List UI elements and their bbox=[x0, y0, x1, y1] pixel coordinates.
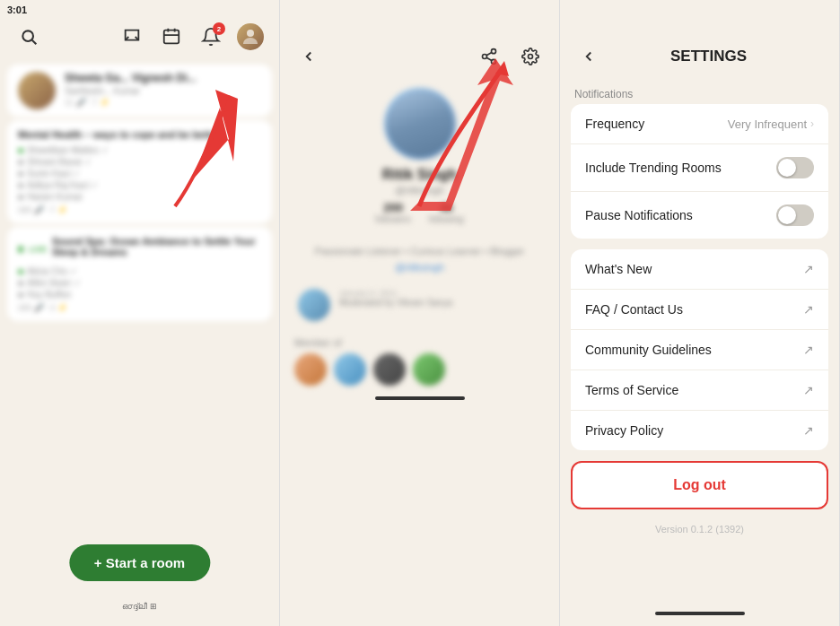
chat-list: Shweta Ga... Vignesh Di... SanNoshi... K… bbox=[0, 54, 279, 590]
messages-button[interactable] bbox=[118, 22, 146, 51]
list-item[interactable]: Shweta Ga... Vignesh Di... SanNoshi... K… bbox=[7, 65, 272, 117]
bottom-nav: ഒ൦ദ്ദ്ലീ ⊞ bbox=[0, 590, 279, 626]
settings-header: SETTINGS bbox=[560, 20, 839, 74]
status-bar-left: 3:01 📶 🔋 bbox=[0, 0, 280, 20]
svg-line-1 bbox=[32, 40, 37, 45]
notifications-button[interactable]: 2 bbox=[197, 22, 225, 51]
calendar-button[interactable] bbox=[157, 22, 186, 51]
search-button[interactable] bbox=[14, 22, 43, 51]
group-member: Sunin Kaul ✓ bbox=[18, 169, 261, 178]
community-guidelines-row[interactable]: Community Guidelines ↗ bbox=[571, 330, 828, 370]
chat-list-panel: 3:01 📶 🔋 bbox=[0, 0, 280, 626]
terms-of-service-row[interactable]: Terms of Service ↗ bbox=[571, 370, 828, 411]
clubs-label: Member of bbox=[294, 337, 545, 348]
frequency-value: Very Infrequent bbox=[728, 117, 807, 131]
settings-title: SETTINGS bbox=[614, 48, 825, 65]
chevron-right-icon: › bbox=[810, 117, 814, 130]
notifications-section-label: Notifications bbox=[571, 81, 828, 104]
group-member: Shivani Bavar ✓ bbox=[18, 157, 261, 167]
clubs-list bbox=[294, 353, 545, 386]
community-guidelines-label: Community Guidelines bbox=[585, 343, 712, 357]
club-icon[interactable] bbox=[294, 353, 327, 386]
profile-content: Ritik Singh @ritiksingh 200 followers 46… bbox=[280, 74, 559, 386]
trending-rooms-row[interactable]: Include Trending Rooms bbox=[571, 144, 828, 192]
club-icon[interactable] bbox=[334, 353, 366, 386]
profile-name: Ritik Singh bbox=[382, 167, 458, 183]
settings-back-button[interactable] bbox=[574, 42, 603, 71]
pause-label: Pause Notifications bbox=[585, 208, 693, 222]
faq-label: FAQ / Contact Us bbox=[585, 302, 683, 317]
group-title: Mental Health – ways to cope and be bett… bbox=[18, 129, 261, 140]
settings-content: Notifications Frequency Very Infrequent … bbox=[560, 74, 839, 601]
profile-link: @ritiksingh bbox=[294, 262, 545, 273]
trending-label: Include Trending Rooms bbox=[585, 161, 722, 175]
panel2-header bbox=[280, 20, 559, 74]
svg-point-3 bbox=[247, 30, 254, 37]
chat-preview: SanNoshi... Kumar bbox=[65, 86, 261, 96]
activity-avatar bbox=[298, 289, 330, 321]
chat-name: Shweta Ga... Vignesh Di... bbox=[65, 72, 261, 84]
profile-panel: Ritik Singh @ritiksingh 200 followers 46… bbox=[280, 0, 560, 626]
whats-new-row[interactable]: What's New ↗ bbox=[571, 249, 828, 290]
svg-point-9 bbox=[529, 55, 533, 59]
privacy-policy-row[interactable]: Privacy Policy ↗ bbox=[571, 411, 828, 450]
privacy-label: Privacy Policy bbox=[585, 423, 663, 438]
home-indicator bbox=[280, 386, 559, 411]
svg-point-0 bbox=[22, 30, 33, 41]
external-link-icon: ↗ bbox=[803, 302, 814, 317]
pause-toggle[interactable] bbox=[776, 204, 814, 226]
avatar bbox=[18, 72, 56, 109]
links-settings-group: What's New ↗ FAQ / Contact Us ↗ Communit… bbox=[571, 249, 828, 450]
group-member: Alfen Ikwer ✓ bbox=[18, 278, 261, 288]
start-room-button[interactable]: + Start a room bbox=[69, 544, 210, 581]
svg-point-6 bbox=[492, 59, 496, 64]
settings-panel: SETTINGS Notifications Frequency Very In… bbox=[560, 0, 840, 626]
room-title: Sound Spa: Ocean Ambiance to Settle Your… bbox=[52, 236, 261, 257]
whats-new-label: What's New bbox=[585, 262, 652, 276]
share-button[interactable] bbox=[475, 42, 503, 71]
svg-point-5 bbox=[483, 55, 487, 59]
header-icons: 2 bbox=[118, 22, 265, 51]
group-member: Alicia Cho ✓ bbox=[18, 266, 261, 276]
svg-rect-2 bbox=[164, 30, 179, 44]
group-member: Shwetiban Matteo ✓ bbox=[18, 145, 261, 155]
logout-button[interactable]: Log out bbox=[571, 461, 828, 509]
notification-badge: 2 bbox=[213, 22, 225, 35]
svg-point-4 bbox=[492, 49, 496, 54]
frequency-label: Frequency bbox=[585, 117, 644, 131]
status-bar: 3:01 📶 🔋 bbox=[0, 0, 280, 20]
trending-toggle[interactable] bbox=[776, 157, 814, 178]
terms-label: Terms of Service bbox=[585, 383, 678, 397]
avatar bbox=[237, 23, 264, 50]
external-link-icon: ↗ bbox=[803, 383, 814, 397]
faq-row[interactable]: FAQ / Contact Us ↗ bbox=[571, 290, 828, 330]
back-button[interactable] bbox=[294, 42, 323, 71]
activity-item: January 5, 2021 Moderated by Vikram Sany… bbox=[294, 282, 545, 328]
pause-notifications-row[interactable]: Pause Notifications bbox=[571, 192, 828, 239]
group-member: Haram Kumar bbox=[18, 192, 261, 202]
list-item[interactable]: Mental Health – ways to cope and be bett… bbox=[7, 120, 272, 223]
external-link-icon: ↗ bbox=[803, 343, 814, 357]
profile-handle: @ritiksingh bbox=[395, 185, 444, 196]
svg-line-7 bbox=[486, 57, 492, 60]
frequency-row[interactable]: Frequency Very Infrequent › bbox=[571, 104, 828, 144]
profile-bio: Passionate Listener • Curious Learner • … bbox=[294, 246, 545, 256]
club-icon[interactable] bbox=[413, 353, 445, 386]
club-icon[interactable] bbox=[373, 353, 406, 386]
avatar bbox=[384, 88, 456, 160]
external-link-icon: ↗ bbox=[803, 423, 814, 438]
live-indicator bbox=[18, 246, 23, 253]
group-member: Aditya Raj Kaul ✓ bbox=[18, 180, 261, 190]
time-display: 3:01 bbox=[7, 4, 27, 15]
svg-line-8 bbox=[486, 52, 492, 55]
group-member: Huy Buffon bbox=[18, 290, 261, 300]
list-item[interactable]: LIVE Sound Spa: Ocean Ambiance to Settle… bbox=[7, 227, 272, 321]
home-indicator bbox=[560, 601, 839, 626]
settings-button[interactable] bbox=[516, 42, 545, 71]
external-link-icon: ↗ bbox=[803, 262, 814, 276]
version-text: Version 0.1.2 (1392) bbox=[571, 520, 828, 545]
notifications-settings-group: Frequency Very Infrequent › Include Tren… bbox=[571, 104, 828, 239]
profile-avatar-button[interactable] bbox=[236, 22, 265, 51]
